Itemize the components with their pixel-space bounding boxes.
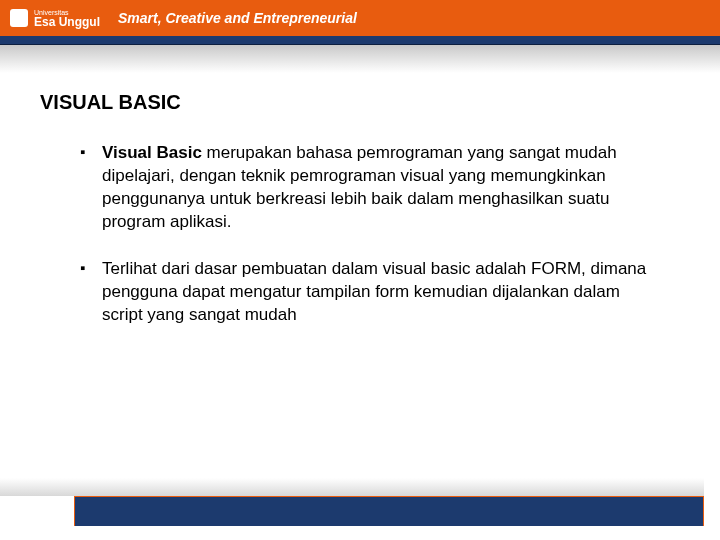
slide-content: VISUAL BASIC ▪ Visual Basic merupakan ba…: [0, 73, 720, 327]
footer-bar: [74, 496, 704, 526]
bullet-lead: Visual Basic: [102, 143, 202, 162]
logo-icon: [10, 9, 28, 27]
bullet-icon: ▪: [80, 258, 102, 327]
logo-text: Universitas Esa Unggul: [34, 9, 100, 28]
bullet-body: Terlihat dari dasar pembuatan dalam visu…: [102, 259, 646, 324]
header-accent-strip: [0, 36, 720, 45]
bullet-text: Visual Basic merupakan bahasa pemrograma…: [102, 142, 650, 234]
header-fade: [0, 45, 720, 73]
footer-shadow: [0, 478, 704, 496]
bullet-text: Terlihat dari dasar pembuatan dalam visu…: [102, 258, 650, 327]
bullet-icon: ▪: [80, 142, 102, 234]
slide-title: VISUAL BASIC: [40, 91, 680, 114]
tagline: Smart, Creative and Entrepreneurial: [118, 10, 357, 26]
logo-name: Esa Unggul: [34, 16, 100, 28]
logo: Universitas Esa Unggul: [10, 9, 100, 28]
list-item: ▪ Terlihat dari dasar pembuatan dalam vi…: [80, 258, 650, 327]
header-bar: Universitas Esa Unggul Smart, Creative a…: [0, 0, 720, 36]
list-item: ▪ Visual Basic merupakan bahasa pemrogra…: [80, 142, 650, 234]
bullet-list: ▪ Visual Basic merupakan bahasa pemrogra…: [40, 142, 680, 327]
